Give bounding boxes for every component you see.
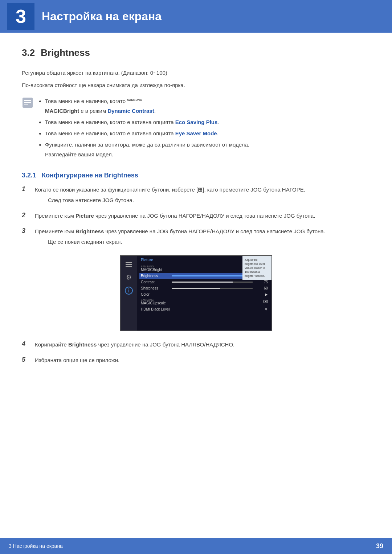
note-item-2: Това меню не е налично, когато е активна… xyxy=(45,117,249,127)
monitor-screenshot: ⚙ i Picture SAMSUNG MAGICBright Custom B… xyxy=(120,255,272,331)
chapter-number: 3 xyxy=(7,3,34,30)
info-icon: i xyxy=(125,287,133,295)
gear-icon: ⚙ xyxy=(126,274,132,282)
menu-item-sharpness: Sharpness 60 xyxy=(141,285,268,291)
step-content-4: Коригирайте Brightness чрез управление н… xyxy=(35,340,370,349)
notes-list: Това меню не е налично, когато SAMSUNGMA… xyxy=(38,96,249,161)
subsection-heading: 3.2.1 Конфигуриране на Brightness xyxy=(22,172,370,179)
step-content-5: Избраната опция ще се приложи. xyxy=(35,356,370,365)
step-content-3: Преминете към Brightness чрез управление… xyxy=(35,227,325,246)
note-icon xyxy=(22,97,33,108)
chapter-title: Настройка на екрана xyxy=(42,10,162,23)
step-5: 5 Избраната опция ще се приложи. xyxy=(22,356,370,365)
page-header: 3 Настройка на екрана xyxy=(0,0,392,33)
monitor-icon-lines xyxy=(124,259,134,270)
menu-item-color: Color ▶ xyxy=(141,291,268,297)
step-subtext-1: След това натиснете JOG бутона. xyxy=(48,196,305,205)
section-number: 3.2 xyxy=(22,47,35,58)
step-1: 1 Когато се появи указание за функционал… xyxy=(22,185,370,205)
monitor-icon-settings: ⚙ xyxy=(124,272,134,283)
footer-page-number: 39 xyxy=(376,542,383,550)
menu-item-hdmi-black: HDMI Black Level ▼ xyxy=(141,306,268,312)
steps-list: 1 Когато се появи указание за функционал… xyxy=(22,185,370,246)
notes-block: Това меню не е налично, когато SAMSUNGMA… xyxy=(22,96,370,161)
monitor-sidebar: ⚙ i xyxy=(121,256,137,331)
section-title: Brightness xyxy=(41,47,90,58)
step-content-1: Когато се появи указание за функционални… xyxy=(35,185,305,205)
intro-line1: Регулира общата яркост на картината. (Ди… xyxy=(22,69,370,77)
step-2: 2 Преминете към Picture чрез управление … xyxy=(22,211,370,221)
step-content-2: Преминете към Picture чрез управление на… xyxy=(35,211,370,221)
note-item-4: Функциите, налични за монитора, може да … xyxy=(45,140,249,159)
subsection-title: Конфигуриране на Brightness xyxy=(42,172,138,179)
page-footer: 3 Настройка на екрана 39 xyxy=(0,538,392,554)
step-num-4: 4 xyxy=(22,340,29,348)
footer-chapter-label: 3 Настройка на екрана xyxy=(9,543,63,549)
step-4: 4 Коригирайте Brightness чрез управление… xyxy=(22,340,370,349)
step-subtext-3: Ще се появи следният екран. xyxy=(48,238,325,246)
step-num-2: 2 xyxy=(22,212,29,219)
section-heading: 3.2 Brightness xyxy=(22,47,370,58)
note-item-3: Това меню не е налично, когато е активна… xyxy=(45,128,249,138)
monitor-icon-info: i xyxy=(124,286,134,296)
menu-item-magicupscale: SAMSUNG MAGICUpscale Off xyxy=(141,297,268,306)
monitor-tooltip: Adjust the brightness level. Values clos… xyxy=(242,256,271,280)
step-num-5: 5 xyxy=(22,356,29,364)
steps-list-2: 4 Коригирайте Brightness чрез управление… xyxy=(22,340,370,365)
subsection-number: 3.2.1 xyxy=(22,172,36,179)
intro-line2: По-високата стойност ще накара снимката … xyxy=(22,81,370,90)
step-3: 3 Преминете към Brightness чрез управлен… xyxy=(22,227,370,246)
note-item-1: Това меню не е налично, когато SAMSUNGMA… xyxy=(45,96,249,116)
main-content: 3.2 Brightness Регулира общата яркост на… xyxy=(0,33,392,401)
step-num-3: 3 xyxy=(22,227,29,235)
step-num-1: 1 xyxy=(22,185,29,193)
